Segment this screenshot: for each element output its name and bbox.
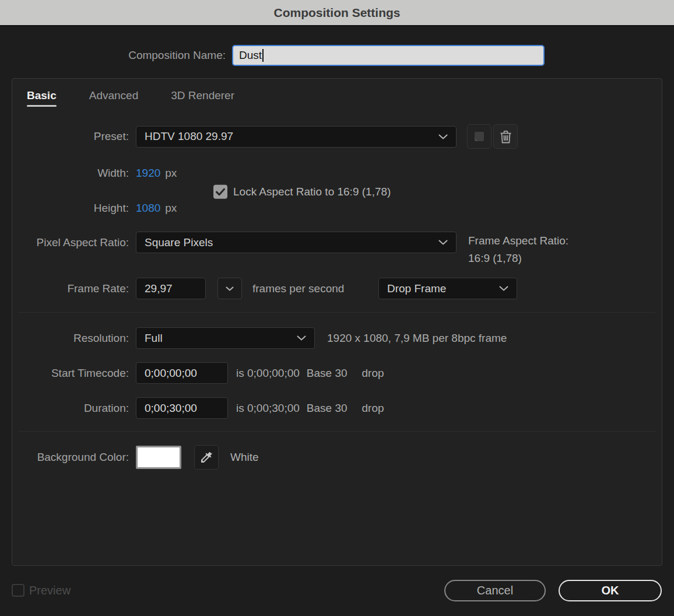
section-divider <box>18 431 656 432</box>
start-timecode-value: 0;00;00;00 <box>145 367 197 380</box>
resolution-dropdown[interactable]: Full <box>136 327 315 349</box>
background-color-swatch[interactable] <box>136 446 181 469</box>
start-timecode-input[interactable]: 0;00;00;00 <box>136 362 228 384</box>
preset-row: Preset: HDTV 1080 29.97 <box>12 124 662 149</box>
start-timecode-drop: drop <box>362 367 384 380</box>
height-value[interactable]: 1080 <box>136 202 160 215</box>
chevron-down-icon <box>438 134 448 139</box>
background-color-name: White <box>230 451 259 464</box>
preset-dropdown[interactable]: HDTV 1080 29.97 <box>136 126 457 148</box>
pixel-aspect-ratio-label: Pixel Aspect Ratio: <box>12 236 136 249</box>
duration-row: Duration: 0;00;30;00 is 0;00;30;00 Base … <box>12 397 662 419</box>
tab-basic[interactable]: Basic <box>27 89 57 107</box>
duration-drop: drop <box>362 402 384 415</box>
tab-3d-renderer[interactable]: 3D Renderer <box>171 89 234 107</box>
chevron-down-icon <box>499 286 508 291</box>
dimensions-block: Width: 1920 px Height: 1080 px Lock Aspe… <box>12 166 662 215</box>
duration-label: Duration: <box>12 402 136 415</box>
text-cursor-icon <box>262 49 264 62</box>
trash-icon <box>499 130 512 144</box>
settings-panel: Basic Advanced 3D Renderer Preset: HDTV … <box>12 78 662 566</box>
height-label: Height: <box>12 202 136 215</box>
duration-input[interactable]: 0;00;30;00 <box>136 397 228 419</box>
frame-rate-label: Frame Rate: <box>12 282 136 295</box>
cancel-button[interactable]: Cancel <box>444 580 546 601</box>
timecode-type-value: Drop Frame <box>387 282 446 295</box>
resolution-value: Full <box>145 332 163 345</box>
preview-checkbox[interactable] <box>12 584 24 597</box>
frame-rate-row: Frame Rate: 29,97 frames per second Drop… <box>12 278 662 299</box>
composition-name-label: Composition Name: <box>0 49 232 62</box>
width-row: Width: 1920 px <box>12 166 662 180</box>
active-tab-underline <box>27 105 57 107</box>
background-color-row: Background Color: White <box>12 445 662 470</box>
frame-aspect-ratio-label: Frame Aspect Ratio: <box>468 232 568 250</box>
lock-aspect-ratio-control: Lock Aspect Ratio to 16:9 (1,78) <box>213 185 391 199</box>
frame-aspect-ratio-info: Frame Aspect Ratio: 16:9 (1,78) <box>468 232 568 267</box>
dialog-titlebar[interactable]: Composition Settings <box>0 0 674 26</box>
resolution-row: Resolution: Full 1920 x 1080, 7,9 MB per… <box>12 327 662 349</box>
start-timecode-row: Start Timecode: 0;00;00;00 is 0;00;00;00… <box>12 362 662 384</box>
preset-value: HDTV 1080 29.97 <box>145 130 233 143</box>
background-color-label: Background Color: <box>12 451 136 464</box>
chevron-down-icon <box>297 335 306 341</box>
width-label: Width: <box>12 167 136 180</box>
width-unit: px <box>165 167 177 180</box>
cancel-button-label: Cancel <box>477 584 513 597</box>
composition-name-input[interactable]: Dust <box>232 45 545 66</box>
height-row: Height: 1080 px <box>12 201 662 215</box>
dialog-footer: Preview Cancel OK <box>0 579 674 602</box>
duration-base: Base 30 <box>307 402 347 415</box>
tab-basic-label: Basic <box>27 89 57 102</box>
frame-rate-value: 29,97 <box>145 282 173 295</box>
composition-name-row: Composition Name: Dust <box>0 45 674 66</box>
duration-value: 0;00;30;00 <box>145 402 197 415</box>
duration-equivalent: is 0;00;30;00 <box>236 402 300 415</box>
chevron-down-icon <box>438 240 448 245</box>
preview-control: Preview <box>12 584 71 597</box>
tab-3d-renderer-label: 3D Renderer <box>171 89 234 102</box>
preview-label: Preview <box>29 584 71 597</box>
frame-aspect-ratio-value: 16:9 (1,78) <box>468 250 568 267</box>
chevron-down-icon <box>226 286 234 291</box>
resolution-label: Resolution: <box>12 332 136 345</box>
ok-button[interactable]: OK <box>559 580 662 601</box>
delete-preset-button[interactable] <box>493 124 518 149</box>
frame-rate-input[interactable]: 29,97 <box>136 278 206 299</box>
preset-label: Preset: <box>12 130 136 143</box>
frame-rate-preset-button[interactable] <box>217 278 242 299</box>
pixel-aspect-ratio-value: Square Pixels <box>145 236 213 249</box>
lock-aspect-ratio-label: Lock Aspect Ratio to 16:9 (1,78) <box>233 186 391 198</box>
pixel-aspect-ratio-row: Pixel Aspect Ratio: Square Pixels Frame … <box>12 232 662 253</box>
eyedropper-icon <box>199 450 213 464</box>
start-timecode-label: Start Timecode: <box>12 367 136 380</box>
tab-advanced[interactable]: Advanced <box>89 89 139 107</box>
section-divider <box>18 312 656 313</box>
start-timecode-equivalent: is 0;00;00;00 <box>236 367 300 380</box>
resolution-info: 1920 x 1080, 7,9 MB per 8bpc frame <box>327 332 507 345</box>
folded-corner-square-icon <box>472 130 486 144</box>
width-value[interactable]: 1920 <box>136 167 160 180</box>
lock-aspect-ratio-checkbox[interactable] <box>213 185 227 199</box>
composition-name-value: Dust <box>239 49 262 62</box>
start-timecode-base: Base 30 <box>307 367 347 380</box>
checkmark-icon <box>216 188 225 195</box>
tab-advanced-label: Advanced <box>89 89 139 102</box>
ok-button-label: OK <box>602 584 619 597</box>
frames-per-second-label: frames per second <box>252 282 369 295</box>
dialog-title: Composition Settings <box>274 6 401 20</box>
height-unit: px <box>165 202 177 215</box>
eyedropper-button[interactable] <box>194 445 219 470</box>
tab-bar: Basic Advanced 3D Renderer <box>12 79 662 107</box>
pixel-aspect-ratio-dropdown[interactable]: Square Pixels <box>136 232 457 253</box>
timecode-type-dropdown[interactable]: Drop Frame <box>378 278 517 299</box>
save-preset-button[interactable] <box>467 124 492 149</box>
